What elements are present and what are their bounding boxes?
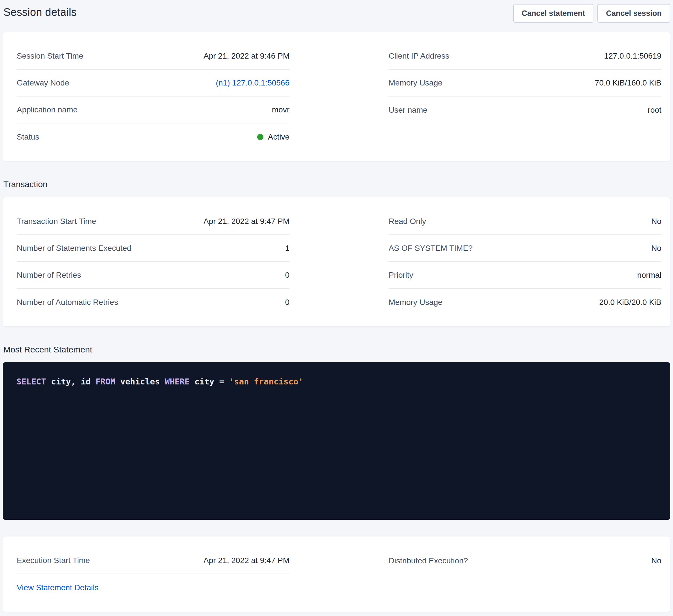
gateway-node-link[interactable]: (n1) 127.0.0.1:50566 xyxy=(216,78,289,87)
row-label: Client IP Address xyxy=(389,51,449,61)
status-badge: Active xyxy=(257,132,289,141)
row-label: Number of Automatic Retries xyxy=(17,298,118,307)
transaction-start-time-row: Transaction Start Time Apr 21, 2022 at 9… xyxy=(17,208,289,235)
row-label: Priority xyxy=(389,271,413,280)
view-statement-details-row: View Statement Details xyxy=(17,574,289,601)
session-card-left-column: Session Start Time Apr 21, 2022 at 9:46 … xyxy=(17,43,289,150)
client-ip-row: Client IP Address 127.0.0.1:50619 xyxy=(389,43,661,70)
execution-card-left-column: Execution Start Time Apr 21, 2022 at 9:4… xyxy=(17,547,289,601)
transaction-memory-usage-row: Memory Usage 20.0 KiB/20.0 KiB xyxy=(389,289,661,316)
execution-card: Execution Start Time Apr 21, 2022 at 9:4… xyxy=(3,536,670,612)
row-label: Read Only xyxy=(389,217,426,226)
row-label: Session Start Time xyxy=(17,51,83,61)
status-value: Active xyxy=(268,132,289,141)
page-title: Session details xyxy=(3,6,77,18)
automatic-retries-row: Number of Automatic Retries 0 xyxy=(17,289,289,316)
sql-statement-box: SELECT city, id FROM vehicles WHERE city… xyxy=(3,362,670,520)
row-label: Distributed Execution? xyxy=(389,556,468,565)
application-name-row: Application name movr xyxy=(17,96,289,123)
status-row: Status Active xyxy=(17,123,289,150)
row-value: Apr 21, 2022 at 9:47 PM xyxy=(203,556,289,565)
row-label: Memory Usage xyxy=(389,78,442,87)
session-memory-usage-row: Memory Usage 70.0 KiB/160.0 KiB xyxy=(389,70,661,96)
row-label: Gateway Node xyxy=(17,78,69,87)
row-value: 127.0.0.1:50619 xyxy=(604,51,661,61)
priority-row: Priority normal xyxy=(389,262,661,289)
sql-text: city, id xyxy=(46,377,96,386)
sql-keyword: FROM xyxy=(95,377,115,386)
page-header: Session details Cancel statement Cancel … xyxy=(3,4,670,23)
execution-start-time-row: Execution Start Time Apr 21, 2022 at 9:4… xyxy=(17,547,289,574)
row-label: Number of Statements Executed xyxy=(17,244,132,253)
row-value: normal xyxy=(637,271,661,280)
row-label: Status xyxy=(17,132,39,141)
gateway-node-row: Gateway Node (n1) 127.0.0.1:50566 xyxy=(17,70,289,96)
as-of-system-time-row: AS OF SYSTEM TIME? No xyxy=(389,235,661,262)
row-label: Execution Start Time xyxy=(17,556,90,565)
sql-keyword: SELECT xyxy=(16,377,46,386)
row-label: Transaction Start Time xyxy=(17,217,96,226)
row-label: User name xyxy=(389,105,427,115)
row-value: movr xyxy=(272,105,289,114)
view-statement-details-link[interactable]: View Statement Details xyxy=(17,583,98,592)
cancel-session-button[interactable]: Cancel session xyxy=(597,4,670,23)
row-value: root xyxy=(648,105,661,115)
active-status-dot-icon xyxy=(257,134,263,140)
cancel-statement-button[interactable]: Cancel statement xyxy=(513,4,594,23)
row-value: No xyxy=(651,217,661,226)
sql-text: vehicles xyxy=(115,377,165,386)
session-summary-card: Session Start Time Apr 21, 2022 at 9:46 … xyxy=(3,32,670,162)
transaction-section-heading: Transaction xyxy=(3,180,670,189)
statements-executed-row: Number of Statements Executed 1 xyxy=(17,235,289,262)
statement-section-heading: Most Recent Statement xyxy=(3,345,670,354)
row-label: Memory Usage xyxy=(389,298,442,307)
transaction-card: Transaction Start Time Apr 21, 2022 at 9… xyxy=(3,197,670,327)
execution-card-right-column: Distributed Execution? No xyxy=(389,547,661,574)
sql-statement-line: SELECT city, id FROM vehicles WHERE city… xyxy=(16,376,657,387)
row-value: Apr 21, 2022 at 9:46 PM xyxy=(203,51,289,61)
row-value: 1 xyxy=(285,244,289,253)
row-label: Application name xyxy=(17,105,77,114)
user-name-row: User name root xyxy=(389,96,661,123)
row-label: Number of Retries xyxy=(17,271,81,280)
retries-row: Number of Retries 0 xyxy=(17,262,289,289)
sql-keyword: WHERE xyxy=(165,377,190,386)
sql-string-literal: 'san francisco' xyxy=(229,377,303,386)
row-value: Apr 21, 2022 at 9:47 PM xyxy=(203,217,289,226)
row-value: 70.0 KiB/160.0 KiB xyxy=(595,78,661,87)
read-only-row: Read Only No xyxy=(389,208,661,235)
session-details-page: Session details Cancel statement Cancel … xyxy=(0,0,673,616)
transaction-card-left-column: Transaction Start Time Apr 21, 2022 at 9… xyxy=(17,208,289,316)
row-value: No xyxy=(651,244,661,253)
session-start-time-row: Session Start Time Apr 21, 2022 at 9:46 … xyxy=(17,43,289,70)
row-value: 20.0 KiB/20.0 KiB xyxy=(599,298,661,307)
row-value: 0 xyxy=(285,271,289,280)
header-actions: Cancel statement Cancel session xyxy=(513,4,670,23)
row-value: No xyxy=(651,556,661,565)
row-label: AS OF SYSTEM TIME? xyxy=(389,244,473,253)
sql-text: city = xyxy=(190,377,229,386)
transaction-card-right-column: Read Only No AS OF SYSTEM TIME? No Prior… xyxy=(389,208,661,316)
row-value: 0 xyxy=(285,298,289,307)
distributed-execution-row: Distributed Execution? No xyxy=(389,547,661,574)
session-card-right-column: Client IP Address 127.0.0.1:50619 Memory… xyxy=(389,43,661,123)
